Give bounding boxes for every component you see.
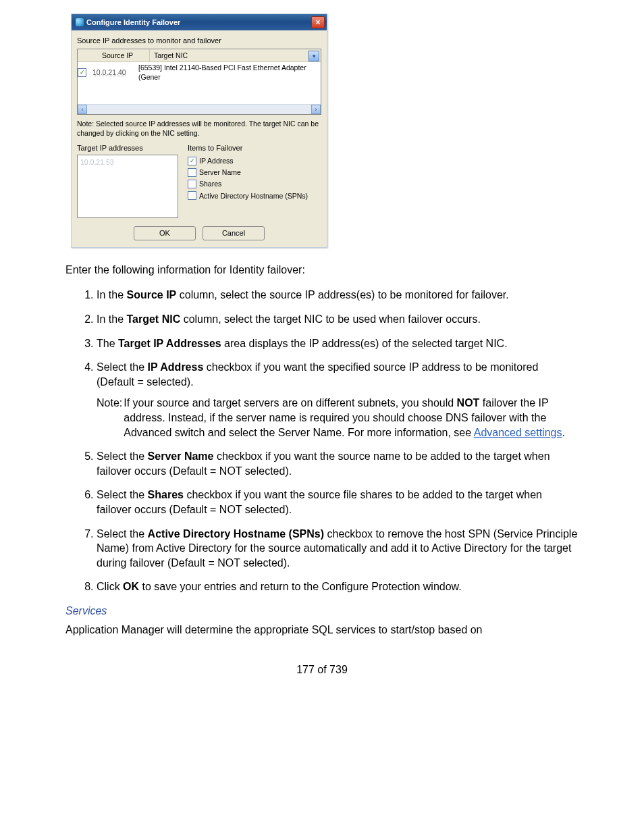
table-row[interactable]: ✓ 10.0.21.40 [65539] Intel 21140-Based P… [78, 62, 321, 82]
configure-identity-failover-dialog: Configure Identity Failover × Source IP … [71, 14, 327, 248]
col-source-ip[interactable]: Source IP [98, 49, 150, 61]
items-to-failover-label: Items to Failover [188, 143, 321, 153]
target-ip-value: 10.0.21.53 [80, 158, 114, 166]
row-ip: 10.0.21.40 [90, 68, 136, 77]
note-label: Note: [97, 396, 124, 440]
services-heading: Services [65, 604, 579, 619]
dialog-note: Note: Selected source IP addresses will … [77, 119, 321, 138]
step-4: Select the IP Address checkbox if you wa… [97, 360, 579, 440]
ip-address-checkbox[interactable]: ✓ [188, 157, 196, 165]
step-7: Select the Active Directory Hostname (SP… [97, 527, 579, 571]
shares-checkbox[interactable] [188, 180, 196, 188]
spns-label: Active Directory Hostname (SPNs) [199, 191, 308, 201]
target-ip-list[interactable]: 10.0.21.53 [77, 155, 178, 218]
server-name-checkbox[interactable] [188, 168, 196, 177]
step-6: Select the Shares checkbox if you want t… [97, 488, 579, 517]
target-ip-label: Target IP addresses [77, 143, 178, 153]
row-checkbox[interactable]: ✓ [78, 68, 86, 77]
server-name-label: Server Name [199, 167, 241, 177]
chevron-down-icon[interactable]: ▾ [308, 51, 319, 61]
close-icon: × [315, 18, 320, 26]
scroll-right-icon[interactable]: › [311, 105, 321, 114]
step-3: The Target IP Addresses area displays th… [97, 336, 579, 351]
horizontal-scrollbar[interactable]: ‹ › [78, 104, 321, 114]
scroll-left-icon[interactable]: ‹ [78, 105, 87, 114]
source-ip-table: Source IP Target NIC ▾ ✓ 10.0.21.40 [655… [77, 49, 321, 115]
table-header: Source IP Target NIC ▾ [78, 49, 321, 62]
services-paragraph: Application Manager will determine the a… [65, 623, 579, 637]
step-8: Click OK to save your entries and return… [97, 579, 579, 594]
col-target-nic[interactable]: Target NIC ▾ [150, 49, 321, 61]
step-2: In the Target NIC column, select the tar… [97, 312, 579, 327]
row-nic: [65539] Intel 21140-Based PCI Fast Ether… [136, 63, 321, 82]
step-1: In the Source IP column, select the sour… [97, 288, 579, 303]
close-button[interactable]: × [311, 16, 325, 28]
app-icon [76, 18, 84, 26]
source-ip-group-label: Source IP addresses to monitor and failo… [77, 36, 321, 46]
dialog-title: Configure Identity Failover [86, 18, 180, 28]
page-number: 177 of 739 [65, 662, 579, 677]
shares-label: Shares [199, 179, 221, 188]
ip-address-label: IP Address [199, 156, 234, 165]
advanced-settings-link[interactable]: Advanced settings [474, 427, 562, 438]
steps-list: In the Source IP column, select the sour… [65, 288, 579, 594]
intro-paragraph: Enter the following information for Iden… [65, 263, 579, 278]
cancel-button[interactable]: Cancel [203, 226, 265, 240]
dialog-titlebar: Configure Identity Failover × [72, 14, 327, 30]
note-body: If your source and target servers are on… [124, 396, 579, 440]
ok-button[interactable]: OK [134, 226, 196, 240]
step-5: Select the Server Name checkbox if you w… [97, 449, 579, 478]
spns-checkbox[interactable] [188, 191, 196, 200]
